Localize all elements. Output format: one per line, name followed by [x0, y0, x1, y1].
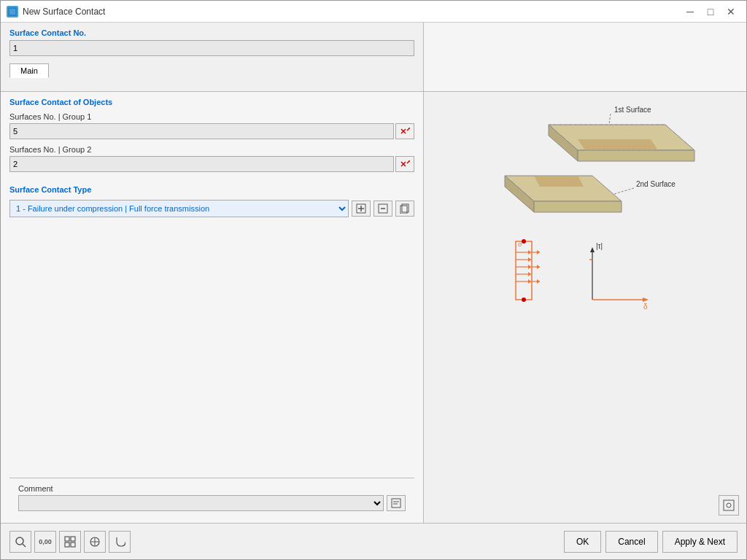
svg-marker-53 [590, 247, 595, 252]
svg-marker-40 [528, 272, 531, 276]
main-window: New Surface Contact ─ □ ✕ Surface Contac… [0, 0, 747, 560]
contact-no-label: Surface Contact No. [9, 28, 414, 37]
svg-line-61 [23, 544, 26, 547]
diagram-settings-button[interactable] [719, 495, 739, 516]
type-edit-button[interactable] [374, 201, 392, 217]
contact-no-input[interactable] [9, 40, 414, 56]
svg-point-9 [409, 160, 410, 162]
main-split: Surface Contact of Objects Surfaces No. … [1, 92, 746, 523]
svg-marker-38 [528, 265, 531, 269]
section-title-type: Surface Contact Type [9, 185, 414, 194]
preview-panel [424, 23, 746, 91]
top-section: Surface Contact No. Main [1, 23, 746, 92]
svg-point-5 [409, 128, 410, 129]
group1-row [9, 123, 414, 139]
group1-label: Surfaces No. | Group 1 [9, 112, 414, 121]
svg-point-50 [522, 298, 526, 302]
coordinate-tool-button[interactable]: 0,00 [34, 531, 56, 553]
layers-tool-button[interactable] [84, 531, 106, 553]
type-dropdown-row: 1 - Failure under compression | Full for… [9, 200, 414, 217]
svg-rect-65 [71, 542, 75, 547]
svg-point-59 [727, 503, 731, 508]
group1-select-button[interactable] [395, 123, 414, 139]
chart-diagram: σ [512, 238, 658, 318]
svg-rect-1 [10, 9, 15, 14]
group1-input[interactable] [9, 123, 394, 139]
surface1-label: 1st Surface [614, 106, 651, 114]
grid-tool-button[interactable] [59, 531, 81, 553]
surface2-label: 2nd Surface [636, 180, 676, 188]
ok-button[interactable]: OK [564, 531, 601, 553]
svg-rect-58 [724, 500, 734, 510]
svg-text:δ: δ [643, 303, 648, 311]
svg-marker-42 [528, 279, 531, 284]
type-add-button[interactable] [352, 201, 371, 217]
svg-marker-44 [537, 250, 540, 254]
close-button[interactable]: ✕ [721, 4, 740, 20]
search-tool-button[interactable] [9, 531, 31, 553]
group2-select-button[interactable] [395, 156, 414, 172]
svg-rect-63 [71, 537, 75, 541]
comment-label: Comment [18, 484, 406, 493]
window-controls: ─ □ ✕ [681, 4, 740, 20]
group2-label: Surfaces No. | Group 2 [9, 145, 414, 154]
comment-section: Comment [9, 478, 414, 517]
minimize-button[interactable]: ─ [681, 4, 700, 20]
svg-rect-64 [65, 542, 69, 547]
maximize-button[interactable]: □ [701, 4, 720, 20]
comment-edit-button[interactable] [387, 495, 406, 511]
cancel-button[interactable]: Cancel [605, 531, 657, 553]
window-title: New Surface Contact [23, 7, 681, 17]
svg-line-26 [614, 188, 634, 194]
toolbar-icons: 0,00 [9, 531, 564, 553]
title-bar: New Surface Contact ─ □ ✕ [1, 1, 746, 23]
group2-input[interactable] [9, 156, 394, 172]
right-bottom-area [717, 495, 739, 516]
left-panel: Surface Contact of Objects Surfaces No. … [1, 92, 424, 523]
apply-next-button[interactable]: Apply & Next [662, 531, 738, 553]
comment-row [18, 495, 406, 511]
tab-main[interactable]: Main [9, 63, 49, 78]
type-select[interactable]: 1 - Failure under compression | Full for… [9, 200, 349, 217]
surface-diagram: 1st Surface 2nd Surface [461, 99, 709, 230]
svg-marker-48 [537, 279, 540, 284]
svg-marker-24 [578, 139, 658, 150]
svg-marker-30 [534, 176, 584, 187]
svg-rect-62 [65, 537, 69, 541]
type-copy-button[interactable] [395, 201, 414, 217]
bottom-buttons: OK Cancel Apply & Next [564, 531, 738, 553]
window-icon [7, 6, 18, 18]
svg-marker-29 [534, 201, 622, 212]
svg-marker-36 [528, 257, 531, 262]
contact-no-panel: Surface Contact No. Main [1, 23, 424, 91]
svg-marker-34 [528, 250, 531, 254]
settings-tool-button[interactable] [109, 531, 131, 553]
section-title-objects: Surface Contact of Objects [9, 98, 414, 106]
svg-rect-17 [392, 499, 400, 508]
group2-row [9, 156, 414, 172]
svg-point-60 [16, 537, 23, 545]
contact-type-section: Surface Contact Type 1 - Failure under c… [9, 185, 414, 217]
tab-bar: Main [9, 63, 414, 78]
comment-select[interactable] [18, 495, 384, 511]
svg-rect-31 [516, 241, 532, 300]
svg-marker-46 [537, 265, 540, 269]
right-panel: 1st Surface 2nd Surface [424, 92, 746, 523]
bottom-toolbar: 0,00 [1, 523, 746, 559]
svg-text:|τ|: |τ| [596, 242, 603, 250]
svg-marker-55 [643, 298, 649, 302]
content-area: Surface Contact No. Main Surface Contact… [1, 23, 746, 559]
svg-point-49 [522, 239, 526, 244]
svg-marker-23 [578, 150, 694, 161]
diagram-area: 1st Surface 2nd Surface [431, 99, 739, 318]
